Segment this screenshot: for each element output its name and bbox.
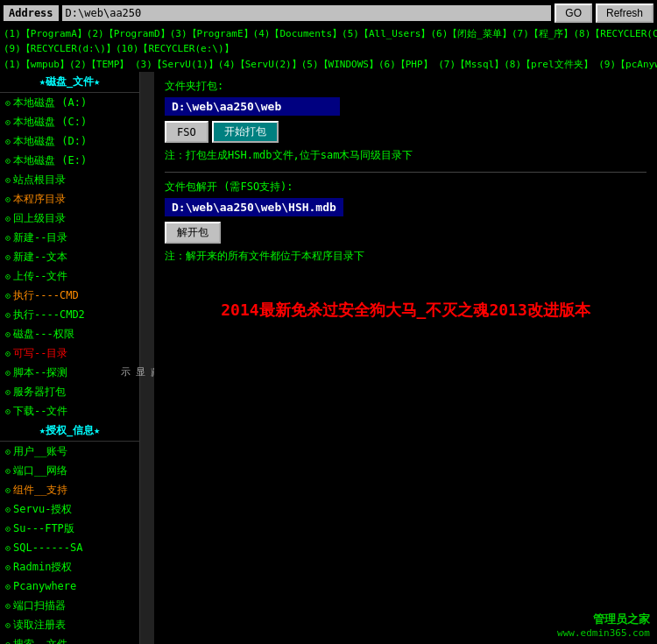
sidebar-item-label: 磁盘---权限 xyxy=(13,326,74,342)
sidebar-item-label: 上传--文件 xyxy=(13,268,67,284)
sidebar: ★磁盘_文件★ ⊙本地磁盘 (A:)⊙本地磁盘 (C:)⊙本地磁盘 (D:)⊙本… xyxy=(0,72,140,644)
sidebar-item-label: 执行----CMD xyxy=(13,287,79,303)
sidebar-item-label: 新建--文本 xyxy=(13,249,67,265)
bullet-icon: ⊙ xyxy=(5,308,11,322)
pack-btn-row: FSO 开始打包 xyxy=(165,121,646,143)
watermark-line1: 管理员之家 xyxy=(557,612,650,627)
sidebar-section-disk: ★磁盘_文件★ xyxy=(0,72,139,93)
refresh-button[interactable]: Refresh xyxy=(596,4,653,23)
sidebar-disk-item-10[interactable]: ⊙执行----CMD xyxy=(0,286,139,305)
bullet-icon: ⊙ xyxy=(5,366,11,379)
sidebar-disk-item-12[interactable]: ⊙磁盘---权限 xyxy=(0,324,139,343)
bullet-icon: ⊙ xyxy=(5,96,11,110)
sidebar-item-label: 站点根目录 xyxy=(13,172,66,188)
sidebar-disk-item-1[interactable]: ⊙本地磁盘 (C:) xyxy=(0,112,139,131)
sidebar-disk-item-14[interactable]: ⊙脚本--探测 xyxy=(0,363,139,382)
sidebar-disk-item-16[interactable]: ⊙下载--文件 xyxy=(0,401,139,421)
toolbar: Address GO Refresh xyxy=(0,0,657,26)
bullet-icon: ⊙ xyxy=(5,135,11,148)
sidebar-item-label: Pcanywhere xyxy=(13,578,76,594)
disk-items: ⊙本地磁盘 (A:)⊙本地磁盘 (C:)⊙本地磁盘 (D:)⊙本地磁盘 (E:)… xyxy=(0,93,139,421)
nav-row-2: (9)【RECYCLER(d:\)】(10)【RECYCLER(e:\)】 xyxy=(0,41,657,56)
sidebar-disk-item-0[interactable]: ⊙本地磁盘 (A:) xyxy=(0,93,139,112)
content-area: 文件夹打包: D:\web\aa250\web FSO 开始打包 注：打包生成H… xyxy=(154,72,657,644)
bullet-icon: ⊙ xyxy=(5,270,11,283)
sidebar-item-label: 端口__网络 xyxy=(13,463,67,478)
sidebar-item-label: 读取注册表 xyxy=(13,617,66,633)
bullet-icon: ⊙ xyxy=(5,116,11,129)
bullet-icon: ⊙ xyxy=(5,445,11,458)
bullet-icon: ⊙ xyxy=(5,522,11,535)
pack-note: 注：打包生成HSH.mdb文件,位于sam木马同级目录下 xyxy=(165,148,646,163)
sidebar-item-label: 回上级目录 xyxy=(13,210,66,226)
start-pack-button[interactable]: 开始打包 xyxy=(212,121,279,143)
nav-row-3: (1)【wmpub】(2)【TEMP】 (3)【ServU(1)】(4)【Ser… xyxy=(0,57,657,72)
sidebar-auth-item-9[interactable]: ⊙读取注册表 xyxy=(0,615,139,634)
sidebar-disk-item-15[interactable]: ⊙服务器打包 xyxy=(0,382,139,401)
sidebar-auth-item-4[interactable]: ⊙Su---FTP版 xyxy=(0,519,139,538)
bullet-icon: ⊙ xyxy=(5,599,11,612)
sidebar-disk-item-8[interactable]: ⊙新建--文本 xyxy=(0,247,139,266)
unpack-btn-row: 解开包 xyxy=(165,222,646,244)
sidebar-item-label: 执行----CMD2 xyxy=(13,307,85,322)
address-label: Address xyxy=(4,5,59,21)
sidebar-item-label: 本地磁盘 (D:) xyxy=(13,133,87,149)
go-button[interactable]: GO xyxy=(555,4,592,23)
sidebar-disk-item-3[interactable]: ⊙本地磁盘 (E:) xyxy=(0,151,139,170)
sidebar-disk-item-5[interactable]: ⊙本程序目录 xyxy=(0,189,139,209)
sidebar-auth-item-1[interactable]: ⊙端口__网络 xyxy=(0,461,139,480)
pack-section-label: 文件夹打包: xyxy=(165,79,646,94)
main-layout: ★磁盘_文件★ ⊙本地磁盘 (A:)⊙本地磁盘 (C:)⊙本地磁盘 (D:)⊙本… xyxy=(0,72,657,644)
sidebar-disk-item-11[interactable]: ⊙执行----CMD2 xyxy=(0,305,139,324)
sidebar-item-label: 本地磁盘 (C:) xyxy=(13,114,87,130)
sidebar-auth-item-10[interactable]: ⊙搜索__文件 xyxy=(0,634,139,644)
sidebar-item-label: 服务器打包 xyxy=(13,384,66,400)
bullet-icon: ⊙ xyxy=(5,580,11,593)
bullet-icon: ⊙ xyxy=(5,541,11,555)
sidebar-disk-item-13[interactable]: ⊙可写--目录 xyxy=(0,343,139,363)
bullet-icon: ⊙ xyxy=(5,347,11,360)
unpack-button[interactable]: 解开包 xyxy=(165,222,221,244)
sidebar-item-label: 本程序目录 xyxy=(13,191,66,207)
bullet-icon: ⊙ xyxy=(5,484,11,497)
watermark-line2: www.edmin365.com xyxy=(557,627,650,639)
address-input[interactable] xyxy=(62,5,552,21)
sidebar-item-label: 可写--目录 xyxy=(13,345,67,361)
sidebar-auth-item-3[interactable]: ⊙Servu-授权 xyxy=(0,499,139,519)
sidebar-item-label: Servu-授权 xyxy=(13,501,72,517)
sidebar-disk-item-4[interactable]: ⊙站点根目录 xyxy=(0,170,139,189)
sidebar-disk-item-2[interactable]: ⊙本地磁盘 (D:) xyxy=(0,131,139,151)
sidebar-item-label: 脚本--探测 xyxy=(13,364,67,380)
sidebar-item-label: SQL------SA xyxy=(13,540,82,556)
unpack-note: 注：解开来的所有文件都位于本程序目录下 xyxy=(165,249,646,264)
sidebar-auth-item-8[interactable]: ⊙端口扫描器 xyxy=(0,596,139,615)
sidebar-auth-item-7[interactable]: ⊙Pcanywhere xyxy=(0,577,139,596)
sidebar-item-label: 搜索__文件 xyxy=(13,636,67,644)
bullet-icon: ⊙ xyxy=(5,405,11,418)
sidebar-item-label: 本地磁盘 (A:) xyxy=(13,95,87,110)
collapse-button[interactable]: 隐 藏 显 示 xyxy=(140,72,154,644)
sidebar-item-label: 新建--目录 xyxy=(13,230,67,245)
sidebar-disk-item-7[interactable]: ⊙新建--目录 xyxy=(0,228,139,247)
sidebar-auth-item-5[interactable]: ⊙SQL------SA xyxy=(0,538,139,557)
fso-button[interactable]: FSO xyxy=(165,121,208,143)
nav-row-1: (1)【ProgramA】(2)【ProgramD】(3)【ProgramE】(… xyxy=(0,26,657,41)
sidebar-auth-item-6[interactable]: ⊙Radmin授权 xyxy=(0,557,139,577)
bullet-icon: ⊙ xyxy=(5,386,11,399)
promo-text: 2014最新免杀过安全狗大马_不灭之魂2013改进版本 xyxy=(165,299,646,321)
bullet-icon: ⊙ xyxy=(5,289,11,302)
sidebar-disk-item-6[interactable]: ⊙回上级目录 xyxy=(0,209,139,228)
bullet-icon: ⊙ xyxy=(5,154,11,167)
bullet-icon: ⊙ xyxy=(5,212,11,225)
sidebar-item-label: 用户__账号 xyxy=(13,443,67,459)
bullet-icon: ⊙ xyxy=(5,619,11,632)
unpack-path: D:\web\aa250\web\HSH.mdb xyxy=(165,198,343,216)
sidebar-auth-item-2[interactable]: ⊙组件__支持 xyxy=(0,480,139,499)
auth-items: ⊙用户__账号⊙端口__网络⊙组件__支持⊙Servu-授权⊙Su---FTP版… xyxy=(0,442,139,644)
sidebar-item-label: 下载--文件 xyxy=(13,403,67,419)
unpack-section-label: 文件包解开 (需FSO支持): xyxy=(165,180,646,195)
sidebar-item-label: Radmin授权 xyxy=(13,559,72,575)
nav-rows: (1)【ProgramA】(2)【ProgramD】(3)【ProgramE】(… xyxy=(0,26,657,72)
sidebar-disk-item-9[interactable]: ⊙上传--文件 xyxy=(0,266,139,286)
sidebar-auth-item-0[interactable]: ⊙用户__账号 xyxy=(0,442,139,461)
